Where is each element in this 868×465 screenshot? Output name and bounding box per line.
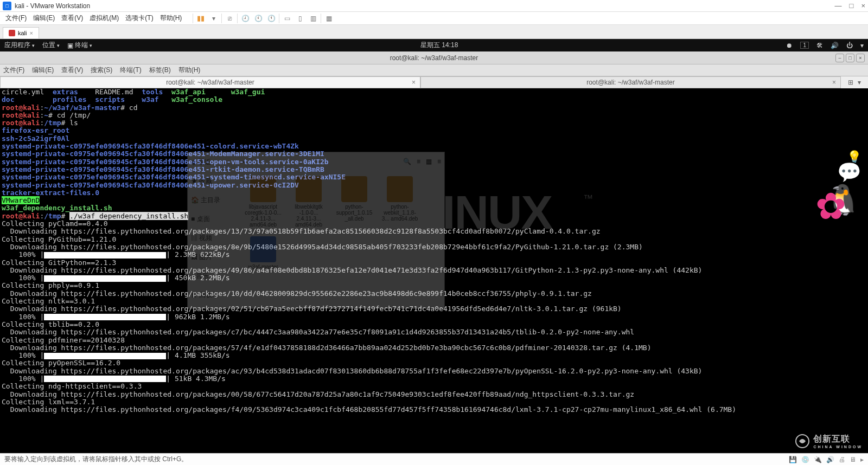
- device-net-icon[interactable]: 🔌: [814, 456, 822, 463]
- window-title: kali - VMware Workstation: [15, 2, 90, 10]
- more-icon[interactable]: ▾: [208, 13, 219, 24]
- kali-top-panel: 应用程序 ▾ 位置 ▾ ▣ 终端 ▾ 星期五 14:18 ⏺ 1 🛠 🔊 ⏻ ▾: [0, 39, 868, 51]
- nautilus-side-item[interactable]: ▥ 视频: [191, 234, 236, 243]
- vm-tab-label: kali: [18, 30, 27, 36]
- close-button[interactable]: ×: [861, 2, 865, 10]
- vmware-tabbar: kali ×: [0, 25, 868, 39]
- fit-guest-icon[interactable]: ▭: [282, 13, 292, 24]
- new-tab-icon[interactable]: ⊞: [848, 79, 853, 86]
- menu-vm[interactable]: 虚拟机(M): [87, 12, 121, 24]
- device-usb-icon[interactable]: 🔊: [826, 456, 834, 463]
- menu-help[interactable]: 帮助(H): [158, 12, 184, 24]
- library-icon[interactable]: ▦: [323, 13, 334, 24]
- panel-apps[interactable]: 应用程序 ▾: [4, 41, 35, 50]
- volume-icon[interactable]: 🔊: [831, 42, 839, 49]
- nautilus-side-item[interactable]: 🏠 主目录: [191, 196, 236, 205]
- tmenu-view[interactable]: 查看(V): [61, 66, 83, 75]
- unity-icon[interactable]: ▥: [308, 13, 318, 24]
- nautilus-fwd-icon[interactable]: ›: [250, 158, 252, 165]
- nautilus-window: ◉ 最近★ 收藏🏠 主目录■ 桌面▥ 视频🖼 图片♪ 音乐🗑 回收站 ‹ › 🔍…: [187, 152, 445, 309]
- nautilus-gridview-icon[interactable]: ▦: [426, 158, 432, 165]
- panel-clock: 星期五 14:18: [420, 41, 458, 50]
- power-icon[interactable]: ⏻: [846, 42, 853, 49]
- vm-tab-kali[interactable]: kali ×: [3, 27, 39, 38]
- nautilus-listview-icon[interactable]: ≡: [417, 158, 420, 165]
- nautilus-side-item[interactable]: 🗑 回收站: [191, 290, 236, 300]
- device-display-icon[interactable]: 🖥: [850, 456, 856, 463]
- terminal-tabbar: root@kali: ~/w3af/w3af-master× root@kali…: [0, 76, 868, 88]
- vmware-logo-icon: □: [3, 2, 11, 10]
- panel-dd-icon[interactable]: ▾: [860, 42, 864, 49]
- nautilus-side-item[interactable]: ■ 桌面: [191, 215, 236, 224]
- tab-close-icon[interactable]: ×: [30, 30, 33, 36]
- statusbar-message: 要将输入定向到该虚拟机，请将鼠标指针移入其中或按 Ctrl+G。: [4, 455, 188, 464]
- terminal-window-titlebar: root@kali: ~/w3af/w3af-master – □ ×: [0, 51, 868, 64]
- gnome-min-button[interactable]: –: [835, 54, 844, 62]
- snapshot-icon[interactable]: 🕘: [240, 13, 251, 24]
- nautilus-side-item[interactable]: ♪ 音乐: [191, 272, 236, 281]
- vmware-titlebar: □ kali - VMware Workstation — □ ×: [0, 0, 868, 12]
- file-item[interactable]: python-support_1.0.15_all.deb: [336, 176, 373, 228]
- terminal-tab-2[interactable]: root@kali: ~/w3af/w3af-master×: [420, 76, 841, 88]
- device-cd-icon[interactable]: 💿: [801, 456, 809, 463]
- file-item[interactable]: w3af-master: [245, 236, 282, 270]
- gnome-max-button[interactable]: □: [846, 54, 854, 62]
- nautilus-back-icon[interactable]: ‹: [242, 158, 245, 165]
- workspace-indicator[interactable]: 1: [800, 42, 809, 49]
- guest-screen: 应用程序 ▾ 位置 ▾ ▣ 终端 ▾ 星期五 14:18 ⏺ 1 🛠 🔊 ⏻ ▾…: [0, 39, 868, 465]
- tmenu-terminal[interactable]: 终端(T): [120, 66, 141, 75]
- file-item[interactable]: python-webkit_1.1.8-3... amd64.deb: [381, 176, 418, 228]
- panel-terminal[interactable]: ▣ 终端 ▾: [67, 41, 92, 50]
- maximize-button[interactable]: □: [850, 2, 854, 10]
- nautilus-side-item[interactable]: 🖼 图片: [191, 253, 236, 262]
- nautilus-side-item[interactable]: ★ 收藏: [191, 177, 236, 186]
- device-hdd-icon[interactable]: 💾: [789, 456, 797, 463]
- tmenu-tabs[interactable]: 标签(B): [149, 66, 171, 75]
- nautilus-menu-icon[interactable]: ≡: [437, 158, 441, 165]
- file-item[interactable]: libjavascript coregtk-1.0-0... 2.4.11-3.…: [245, 176, 282, 228]
- file-item[interactable]: libwebkitgtk -1.0-0... 2.4.11-3... amd64…: [290, 176, 327, 228]
- vmware-statusbar: 要将输入定向到该虚拟机，请将鼠标指针移入其中或按 Ctrl+G。 💾 💿 🔌 🔊…: [0, 453, 868, 465]
- panel-places[interactable]: 位置 ▾: [42, 41, 60, 50]
- nautilus-side-item[interactable]: ◉ 最近: [191, 158, 236, 167]
- kali-tab-icon: [9, 30, 15, 36]
- snapshot-manage-icon[interactable]: 🕚: [266, 13, 277, 24]
- tmenu-edit[interactable]: 编辑(E): [32, 66, 54, 75]
- tmenu-file[interactable]: 文件(F): [3, 66, 24, 75]
- tmenu-search[interactable]: 搜索(S): [91, 66, 112, 75]
- term-tab1-close-icon[interactable]: ×: [412, 79, 416, 86]
- snapshot-revert-icon[interactable]: 🕙: [253, 13, 264, 24]
- vmware-menubar: 文件(F) 编辑(E) 查看(V) 虚拟机(M) 选项卡(T) 帮助(H) ▮▮…: [0, 12, 868, 25]
- terminal-window-title: root@kali: ~/w3af/w3af-master: [390, 54, 478, 62]
- terminal-menubar: 文件(F) 编辑(E) 查看(V) 搜索(S) 终端(T) 标签(B) 帮助(H…: [0, 64, 868, 76]
- nautilus-search-icon[interactable]: 🔍: [403, 158, 411, 165]
- pause-button[interactable]: ▮▮: [195, 13, 206, 24]
- fullscreen-icon[interactable]: ▯: [295, 13, 305, 24]
- menu-file[interactable]: 文件(F): [3, 12, 29, 24]
- menu-view[interactable]: 查看(V): [59, 12, 85, 24]
- tmenu-help[interactable]: 帮助(H): [178, 66, 201, 75]
- term-tab2-close-icon[interactable]: ×: [832, 79, 836, 86]
- screen-record-icon[interactable]: ⏺: [786, 42, 793, 49]
- menu-tabs[interactable]: 选项卡(T): [123, 12, 155, 24]
- gnome-close-button[interactable]: ×: [856, 54, 865, 62]
- minimize-button[interactable]: —: [835, 2, 842, 10]
- brand-watermark: 创新互联 CHINA WINDOW: [795, 434, 863, 449]
- terminal-tab-1[interactable]: root@kali: ~/w3af/w3af-master×: [0, 76, 420, 88]
- device-more-icon[interactable]: ▸: [860, 456, 864, 463]
- device-printer-icon[interactable]: 🖨: [839, 456, 845, 463]
- menu-edit[interactable]: 编辑(E): [31, 12, 57, 24]
- tools-icon[interactable]: 🛠: [816, 42, 823, 49]
- send-key-icon[interactable]: ⎚: [224, 13, 235, 24]
- tab-dd-icon[interactable]: ▾: [858, 79, 861, 86]
